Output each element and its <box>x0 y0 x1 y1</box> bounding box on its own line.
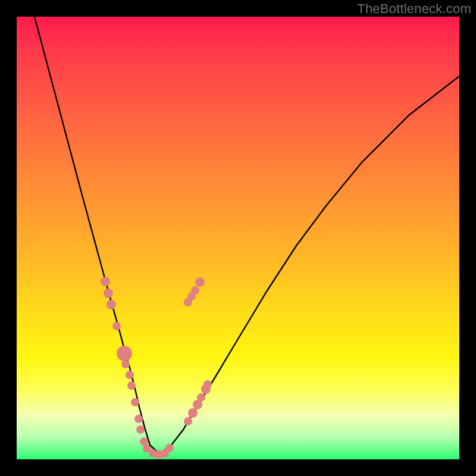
watermark-text: TheBottleneck.com <box>357 1 471 17</box>
chart-frame <box>0 0 476 476</box>
